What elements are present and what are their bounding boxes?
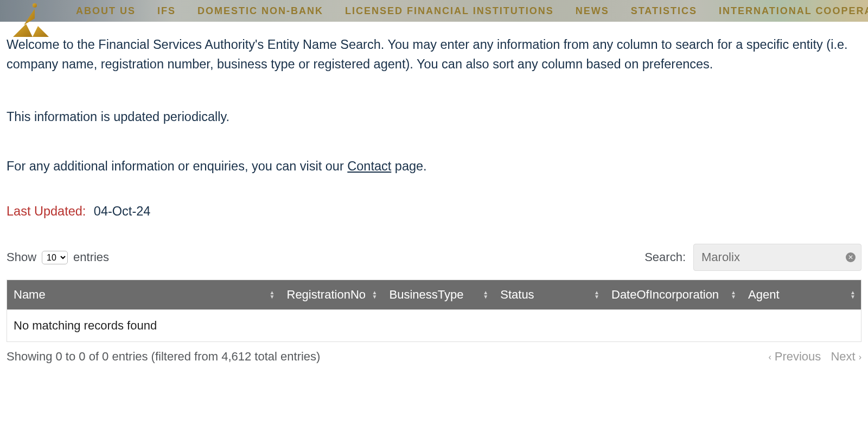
site-logo-icon[interactable]	[8, 2, 50, 38]
col-registrationno[interactable]: RegistrationNo ▲▼	[280, 280, 383, 310]
datatable-footer: Showing 0 to 0 of 0 entries (filtered fr…	[7, 342, 861, 364]
sort-icon: ▲▼	[372, 290, 378, 299]
contact-prefix: For any additional information or enquir…	[7, 159, 347, 173]
chevron-left-icon: ‹	[768, 352, 771, 362]
intro-paragraph-2: This information is updated periodically…	[7, 107, 861, 126]
col-status-label: Status	[500, 288, 534, 301]
last-updated-value: 04-Oct-24	[94, 204, 151, 218]
nav-news[interactable]: NEWS	[576, 5, 609, 17]
page-content: Welcome to the Financial Services Author…	[0, 22, 868, 364]
col-agent-label: Agent	[748, 288, 780, 301]
col-businesstype[interactable]: BusinessType ▲▼	[383, 280, 494, 310]
sort-icon: ▲▼	[483, 290, 488, 299]
sort-icon: ▲▼	[850, 290, 856, 299]
sort-icon: ▲▼	[594, 290, 599, 299]
search-label: Search:	[644, 250, 686, 264]
search-input[interactable]	[701, 250, 841, 264]
nav-domestic-non-bank[interactable]: DOMESTIC NON-BANK	[197, 5, 323, 17]
length-show-label: Show	[7, 250, 36, 264]
datatable-controls: Show 10 entries Search: ✕	[7, 244, 861, 280]
contact-link[interactable]: Contact	[347, 159, 391, 173]
length-control: Show 10 entries	[7, 250, 109, 264]
top-nav-bar: ABOUT US IFS DOMESTIC NON-BANK LICENSED …	[0, 0, 868, 22]
last-updated: Last Updated: 04-Oct-24	[7, 204, 861, 219]
intro-paragraph-1: Welcome to the Financial Services Author…	[7, 35, 861, 74]
col-businesstype-label: BusinessType	[390, 288, 464, 301]
nav-international-cooperation[interactable]: INTERNATIONAL COOPERATION	[719, 5, 868, 17]
nav-statistics[interactable]: STATISTICS	[631, 5, 697, 17]
table-empty-row: No matching records found	[7, 310, 861, 342]
col-registrationno-label: RegistrationNo	[287, 288, 366, 301]
col-dateofincorporation-label: DateOfIncorporation	[611, 288, 719, 301]
chevron-right-icon: ›	[859, 352, 861, 362]
nav-about-us[interactable]: ABOUT US	[76, 5, 136, 17]
intro-text: Welcome to the Financial Services Author…	[7, 35, 861, 126]
search-box: ✕	[693, 244, 861, 271]
length-select[interactable]: 10	[42, 251, 68, 264]
main-nav: ABOUT US IFS DOMESTIC NON-BANK LICENSED …	[76, 5, 868, 17]
sort-icon: ▲▼	[270, 290, 275, 299]
contact-paragraph: For any additional information or enquir…	[7, 159, 861, 174]
search-control: Search: ✕	[644, 244, 861, 271]
svg-point-0	[33, 3, 37, 8]
col-name-label: Name	[14, 288, 46, 301]
nav-ifs[interactable]: IFS	[157, 5, 176, 17]
paginate-previous[interactable]: Previous	[775, 350, 821, 364]
length-entries-label: entries	[73, 250, 109, 264]
last-updated-label: Last Updated:	[7, 204, 86, 218]
pagination: ‹ Previous Next ›	[768, 350, 861, 364]
col-dateofincorporation[interactable]: DateOfIncorporation ▲▼	[605, 280, 742, 310]
col-name[interactable]: Name ▲▼	[7, 280, 280, 310]
paginate-next[interactable]: Next	[831, 350, 855, 364]
table-empty-message: No matching records found	[7, 310, 861, 342]
results-table: Name ▲▼ RegistrationNo ▲▼ BusinessType ▲…	[7, 280, 861, 342]
col-status[interactable]: Status ▲▼	[494, 280, 605, 310]
sort-icon: ▲▼	[731, 290, 736, 299]
nav-licensed-financial-institutions[interactable]: LICENSED FINANCIAL INSTITUTIONS	[345, 5, 554, 17]
col-agent[interactable]: Agent ▲▼	[742, 280, 861, 310]
clear-search-icon[interactable]: ✕	[846, 252, 856, 262]
datatable-info: Showing 0 to 0 of 0 entries (filtered fr…	[7, 350, 320, 364]
contact-suffix: page.	[391, 159, 426, 173]
